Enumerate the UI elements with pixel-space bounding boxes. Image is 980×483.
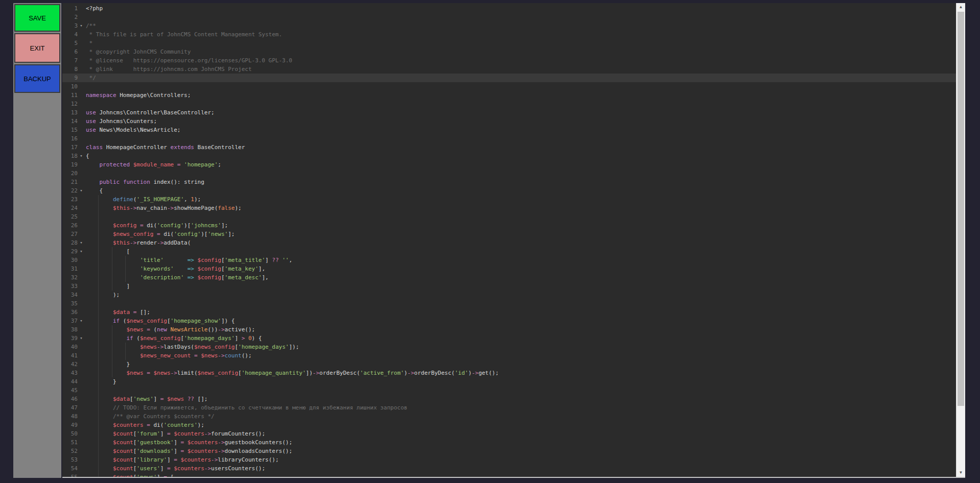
fold-spacer <box>78 343 85 351</box>
code-line[interactable]: 39▾ if ($news_config['homepage_days'] > … <box>62 334 956 343</box>
fold-marker-icon[interactable]: ▾ <box>78 152 85 160</box>
save-button[interactable]: SAVE <box>14 4 60 32</box>
code-line[interactable]: 16 <box>62 134 956 143</box>
code-line[interactable]: 1<?php <box>62 4 956 13</box>
exit-button[interactable]: EXIT <box>14 33 60 63</box>
code-line[interactable]: 5 * <box>62 39 956 47</box>
code-line[interactable]: 45 <box>62 386 956 395</box>
code-line[interactable]: 25 <box>62 212 956 221</box>
code-line[interactable]: 50 $count['forum'] = $counters->forumCou… <box>62 429 956 438</box>
fold-marker-icon[interactable]: ▾ <box>78 238 85 247</box>
code-line[interactable]: 41 $news_new_count = $news->count(); <box>62 351 956 360</box>
code-line[interactable]: 18▾{ <box>62 152 956 160</box>
code-line[interactable]: 28▾ $this->render->addData( <box>62 238 956 247</box>
code-line[interactable]: 17class HomepageController extends BaseC… <box>62 143 956 152</box>
code-text: ] <box>85 282 956 291</box>
line-number: 35 <box>62 299 78 308</box>
code-line[interactable]: 13use Johncms\Controller\BaseController; <box>62 108 956 117</box>
fold-spacer <box>78 108 85 117</box>
line-number: 52 <box>62 447 78 455</box>
code-line[interactable]: 19 protected $module_name = 'homepage'; <box>62 160 956 169</box>
code-line[interactable]: 35 <box>62 299 956 308</box>
code-line[interactable]: 46 $data['news'] = $news ?? []; <box>62 395 956 403</box>
code-line[interactable]: 10 <box>62 82 956 91</box>
code-text: $news = $news->limit($news_config['homep… <box>85 369 956 377</box>
fold-spacer <box>78 264 85 273</box>
code-line[interactable]: 9 */ <box>62 74 956 82</box>
code-line[interactable]: 4 * This file is part of JohnCMS Content… <box>62 30 956 39</box>
code-line[interactable]: 11namespace Homepage\Controllers; <box>62 91 956 100</box>
code-line[interactable]: 8 * @link https://johncms.com JohnCMS Pr… <box>62 65 956 74</box>
scrollbar-up-button[interactable]: ▲ <box>956 3 965 11</box>
code-line[interactable]: 30 'title' => $config['meta_title'] ?? '… <box>62 256 956 264</box>
fold-spacer <box>78 473 85 477</box>
code-line[interactable]: 3▾/** <box>62 21 956 30</box>
code-line[interactable]: 20 <box>62 169 956 178</box>
fold-spacer <box>78 429 85 438</box>
fold-marker-icon[interactable]: ▾ <box>78 247 85 256</box>
code-line[interactable]: 51 $count['guestbook'] = $counters->gues… <box>62 438 956 447</box>
code-line[interactable]: 26 $config = di('config')['johncms']; <box>62 221 956 230</box>
code-line[interactable]: 33 ] <box>62 282 956 291</box>
code-line[interactable]: 36 $data = []; <box>62 308 956 317</box>
code-line[interactable]: 52 $count['downloads'] = $counters->down… <box>62 447 956 455</box>
code-line[interactable]: 23 define('_IS_HOMEPAGE', 1); <box>62 195 956 204</box>
code-line[interactable]: 29▾ [ <box>62 247 956 256</box>
fold-spacer <box>78 82 85 91</box>
fold-marker-icon[interactable]: ▾ <box>78 334 85 343</box>
fold-marker-icon[interactable]: ▾ <box>78 186 85 195</box>
fold-spacer <box>78 30 85 39</box>
code-line[interactable]: 42 } <box>62 360 956 369</box>
code-line[interactable]: 44 } <box>62 377 956 386</box>
line-number: 43 <box>62 369 78 377</box>
fold-marker-icon[interactable]: ▾ <box>78 21 85 30</box>
code-line[interactable]: 14use Johncms\Counters; <box>62 117 956 126</box>
indent-guide <box>98 429 99 438</box>
line-number: 54 <box>62 464 78 473</box>
line-number: 27 <box>62 230 78 238</box>
code-line[interactable]: 7 * @license https://opensource.org/lice… <box>62 56 956 65</box>
code-line[interactable]: 34 ); <box>62 291 956 299</box>
code-text <box>85 212 956 221</box>
line-number: 21 <box>62 178 78 186</box>
code-line[interactable]: 22▾ { <box>62 186 956 195</box>
code-editor[interactable]: 1<?php23▾/**4 * This file is part of Joh… <box>62 3 965 478</box>
backup-button[interactable]: BACKUP <box>14 64 60 93</box>
code-line[interactable]: 2 <box>62 13 956 21</box>
code-line[interactable]: 37▾ if ($news_config['homepage_show']) { <box>62 317 956 325</box>
code-line[interactable]: 55 $count['news'] = [ <box>62 473 956 477</box>
code-line[interactable]: 24 $this->nav_chain->showHomePage(false)… <box>62 204 956 212</box>
code-line[interactable]: 21 public function index(): string <box>62 178 956 186</box>
indent-guide <box>112 273 112 282</box>
code-line[interactable]: 47 // TODO: Если приживется, объединить … <box>62 403 956 412</box>
code-text: $count['library'] = $counters->libraryCo… <box>85 455 956 464</box>
indent-guide <box>112 282 112 291</box>
code-text: /** @var Counters $counters */ <box>85 412 956 421</box>
indent-guide <box>98 369 99 377</box>
scrollbar-thumb[interactable] <box>958 12 964 406</box>
line-number: 2 <box>62 13 78 21</box>
code-line[interactable]: 27 $news_config = di('config')['news']; <box>62 230 956 238</box>
code-line[interactable]: 53 $count['library'] = $counters->librar… <box>62 455 956 464</box>
code-line[interactable]: 31 'keywords' => $config['meta_key'], <box>62 264 956 273</box>
code-line[interactable]: 49 $counters = di('counters'); <box>62 421 956 429</box>
indent-guide <box>98 238 99 247</box>
code-line[interactable]: 15use News\Models\NewsArticle; <box>62 126 956 134</box>
code-line[interactable]: 43 $news = $news->limit($news_config['ho… <box>62 369 956 377</box>
code-lines[interactable]: 1<?php23▾/**4 * This file is part of Joh… <box>62 3 956 477</box>
code-line[interactable]: 48 /** @var Counters $counters */ <box>62 412 956 421</box>
line-number: 18 <box>62 152 78 160</box>
line-number: 3 <box>62 21 78 30</box>
code-line[interactable]: 54 $count['users'] = $counters->usersCou… <box>62 464 956 473</box>
code-line[interactable]: 40 $news->lastDays($news_config['homepag… <box>62 343 956 351</box>
code-line[interactable]: 32 'description' => $config['meta_desc']… <box>62 273 956 282</box>
indent-guide <box>112 264 112 273</box>
code-line[interactable]: 6 * @copyright JohnCMS Community <box>62 47 956 56</box>
vertical-scrollbar[interactable]: ▲ ▼ <box>956 3 965 477</box>
scrollbar-down-button[interactable]: ▼ <box>956 469 965 477</box>
code-line[interactable]: 12 <box>62 100 956 108</box>
indent-guide <box>98 360 99 369</box>
fold-marker-icon[interactable]: ▾ <box>78 317 85 325</box>
code-line[interactable]: 38 $news = (new NewsArticle())->active()… <box>62 325 956 334</box>
indent-guide <box>98 464 99 473</box>
